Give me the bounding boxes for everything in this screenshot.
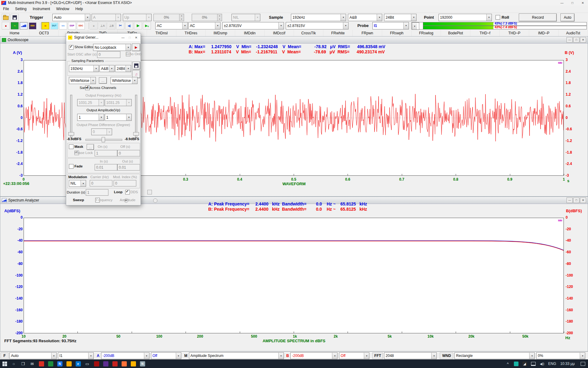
point-combo[interactable]: 192000 [439,14,492,21]
tab-crosstlk[interactable]: CrossTlk [294,30,323,36]
coupling-a-arrow[interactable] [182,22,187,29]
range-a-combo[interactable]: ±2.87815V [222,22,284,29]
tab-thdres[interactable]: THDres [176,30,206,36]
siggen-minimize-button[interactable]: — [122,36,125,39]
siggen-rate-arrow[interactable] [93,65,99,72]
amplitude-b-slider-thumb[interactable] [133,132,139,136]
spectrum-maximize-button[interactable]: □ [573,197,579,203]
oscilloscope-close-button[interactable]: ✕ [580,37,586,43]
tray-chevron-icon[interactable]: ^ [504,359,511,368]
amplitude-b-slider[interactable] [135,95,137,138]
siggen-channels-arrow[interactable] [109,65,114,72]
display-mode-combo[interactable]: Amplitude Spectrum [189,352,284,359]
siggen-bits-arrow[interactable] [126,65,131,72]
app-yellow-icon[interactable] [64,359,74,368]
fade-checkbox[interactable] [69,164,74,169]
freq-mode-arrow[interactable] [51,353,56,359]
menu-instrument[interactable]: Instrument [30,6,53,12]
tab-bodeplot[interactable]: BodePlot [441,30,470,36]
app-red-icon[interactable] [37,359,46,368]
tab-oct3[interactable]: OCT3 [29,30,59,36]
data-recorder-icon[interactable]: DDC [77,22,85,29]
save-icon[interactable] [11,14,19,21]
spectrum-cursor-icon[interactable]: MM [558,219,562,222]
siggen-rate-combo[interactable]: 192kHz [69,65,99,72]
derived-display-icon[interactable]: ≈≈ [59,22,67,29]
notification-center-icon[interactable] [578,359,588,368]
overlap-combo[interactable]: 0% [536,352,585,359]
spectrum-analyzer-icon[interactable]: ▂▅▇ [20,22,28,29]
a-hp-arrow[interactable] [176,353,181,359]
sample-rate-arrow[interactable] [341,14,346,21]
search-icon[interactable]: ○ [9,359,18,368]
waveform-b-arrow[interactable] [132,77,137,84]
tab-thd-p[interactable]: THD~P [500,30,529,36]
oscilloscope-icon[interactable]: ~ [11,22,19,29]
siggen-title-bar[interactable]: ≈ Signal Gener... — □ ✕ [66,33,141,42]
waveform-a-combo[interactable]: WhiteNoise [69,77,96,84]
siggen-close-button[interactable]: ✕ [135,36,138,39]
tab-frswlog[interactable]: FRswlog [412,30,441,36]
siggen-bits-combo[interactable]: 24Bit [115,65,131,72]
device-test-plan-icon[interactable]: DUT [50,22,58,29]
folder-app-icon[interactable] [129,359,138,368]
tab-home[interactable]: Home [0,30,29,36]
siggen-save-button[interactable] [132,62,140,70]
freq-mode-combo[interactable]: Auto [9,352,57,359]
scope-cursor-icon[interactable]: MM [558,61,562,64]
run-loop-icon[interactable]: ▶ₒ [143,22,151,29]
amplitude-a-slider-thumb[interactable] [68,132,74,136]
meter-range-combo[interactable] [412,22,419,30]
spectrum-close-button[interactable]: ✕ [580,197,586,203]
mask-checkbox[interactable] [69,144,74,149]
monitor-app-icon[interactable]: ▭ [83,359,92,368]
app-green-icon[interactable] [46,359,55,368]
start-button[interactable] [0,359,9,368]
siggen-channels-combo[interactable]: A&B [100,65,115,72]
clock[interactable]: 10:33 μμ [558,359,577,368]
sound-device-icon[interactable]: ◀) [125,22,133,29]
app-blue-icon[interactable]: N [55,359,64,368]
tab-frpwn[interactable]: FRpwn [353,30,382,36]
oscilloscope-minimize-button[interactable]: — [567,37,573,43]
sample-bits-arrow[interactable] [411,14,416,21]
ddp-viewer-icon[interactable]: DDP [68,22,76,29]
language-indicator[interactable]: ENG [547,359,557,368]
volume-icon[interactable]: ◀)) [538,359,546,368]
auto-button[interactable]: Auto [560,13,575,21]
open-icon[interactable] [2,14,10,21]
fft-size-combo[interactable]: 2048 [384,352,437,359]
amplitude-a-slider[interactable] [70,95,72,138]
window-close-button[interactable]: ✕ [578,0,588,6]
mouse-tray-icon[interactable] [512,359,520,368]
sample-channels-arrow[interactable] [377,14,382,21]
probe-a-arrow[interactable] [403,22,409,29]
visual-studio-icon[interactable] [101,359,110,368]
coupling-b-arrow[interactable] [215,22,220,29]
sample-channels-combo[interactable]: A&B [348,14,382,21]
trigger-mode-arrow[interactable] [85,14,90,21]
amplitude-b-arrow[interactable] [126,114,131,121]
a-range-arrow[interactable] [144,353,149,359]
signal-generator-dialog[interactable]: ≈ Signal Gener... — □ ✕ Show Editor No L… [66,33,141,205]
window-type-arrow[interactable] [529,353,534,359]
app-redblue-icon[interactable] [110,359,119,368]
b-hp-combo[interactable]: Off [339,352,369,359]
oscilloscope-maximize-button[interactable]: □ [573,37,579,43]
tab-frswph[interactable]: FRswph [382,30,412,36]
window-maximize-button[interactable]: □ [567,0,578,6]
amplitude-a-arrow[interactable] [99,114,104,121]
firefox-icon[interactable] [119,359,129,368]
fft-size-arrow[interactable] [431,353,436,359]
amplitude-b-combo[interactable]: 1 [105,114,132,121]
network-icon[interactable] [529,359,537,368]
tab-imdsmp[interactable]: IMDsmp [206,30,235,36]
coupling-b-combo[interactable]: AC [188,22,221,29]
signal-generator-icon[interactable]: ≈ [41,22,49,29]
window-minimize-button[interactable]: — [557,0,567,6]
gpu-tray-icon[interactable]: ◢ [521,359,529,368]
tab-audiotst[interactable]: AudioTst [559,30,588,36]
siggen-run-button[interactable]: ▶ [132,44,140,51]
probe-calibration-icon[interactable]: ✂ [116,22,124,29]
amplitude-a-combo[interactable]: 1 [77,114,104,121]
